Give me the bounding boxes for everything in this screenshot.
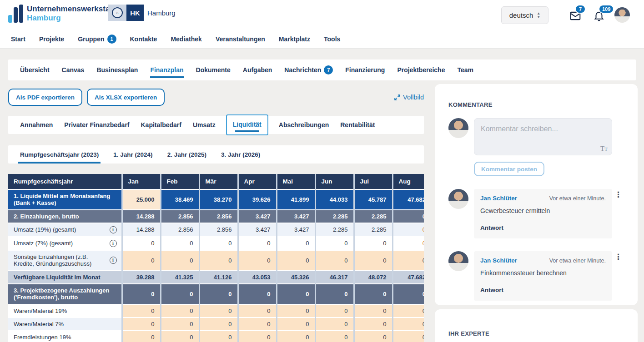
info-icon[interactable]: i (110, 240, 117, 247)
project-tab-projektbereiche[interactable]: Projektbereiche (397, 59, 445, 80)
table-value-cell[interactable]: 0 (238, 250, 277, 271)
comment-author-link[interactable]: Jan Schlüter (480, 195, 517, 202)
project-tab-businessplan[interactable]: Businessplan (96, 59, 138, 80)
year-tab[interactable]: 2. Jahr (2025) (167, 145, 206, 164)
info-icon[interactable]: i (110, 257, 117, 264)
table-value-cell[interactable]: 0 (122, 317, 161, 331)
project-tab-finanzierung[interactable]: Finanzierung (345, 59, 385, 80)
kebab-menu-icon[interactable]: ⋮ (614, 253, 622, 261)
comment-input[interactable] (474, 118, 612, 155)
project-tab-dokumente[interactable]: Dokumente (196, 59, 231, 80)
plan-tab-abschreibungen[interactable]: Abschreibungen (279, 121, 329, 129)
nav-item-tools[interactable]: Tools (324, 35, 340, 44)
info-icon[interactable]: i (110, 226, 117, 233)
post-comment-button[interactable]: Kommentar posten (474, 162, 544, 176)
table-value-cell: 2.856 (161, 223, 199, 237)
table-value-cell: 47.682 (392, 271, 424, 284)
table-value-cell[interactable]: 0 (354, 304, 392, 317)
notifications-button[interactable]: 109 (593, 10, 605, 22)
nav-item-label: Start (11, 35, 25, 43)
plan-tab-rentabilität[interactable]: Rentabilität (340, 121, 375, 129)
table-value-cell[interactable]: 0 (392, 304, 424, 317)
table-value-cell: 39.626 (238, 189, 277, 210)
table-row: 1. Liquide Mittel am Monatsanfang (Bank … (8, 189, 424, 210)
year-tab[interactable]: 1. Jahr (2024) (113, 145, 152, 164)
language-selector[interactable]: deutsch ▲▼ (501, 6, 548, 24)
table-value-cell[interactable]: 0 (199, 304, 238, 317)
nav-item-marktplatz[interactable]: Marktplatz (279, 35, 310, 44)
export-pdf-button[interactable]: Als PDF exportieren (8, 89, 82, 106)
plan-tab-liquidität[interactable]: Liquidität (226, 114, 268, 135)
project-tab-übersicht[interactable]: Übersicht (20, 59, 50, 80)
table-value-cell[interactable]: 0 (161, 250, 199, 271)
month-column-header: Apr (238, 174, 277, 189)
table-value-cell[interactable]: 0 (238, 304, 277, 317)
project-tab-aufgaben[interactable]: Aufgaben (243, 59, 272, 80)
project-tab-nachrichten[interactable]: Nachrichten7 (284, 59, 333, 80)
messages-button[interactable]: 7 (569, 10, 581, 22)
table-value-cell[interactable]: 0 (315, 304, 354, 317)
text-format-icon[interactable]: TT (600, 145, 608, 153)
year-tab[interactable]: 3. Jahr (2026) (221, 145, 260, 164)
table-value-cell[interactable]: 0 (354, 331, 392, 342)
comment-card: Jan SchlüterVor etwa einer Minute.Gewerb… (474, 189, 612, 238)
table-value-cell[interactable]: 0 (354, 317, 392, 331)
table-value-cell[interactable]: 0 (161, 317, 199, 331)
export-xlsx-button[interactable]: Als XLSX exportieren (87, 89, 165, 106)
table-value-cell[interactable]: 0 (392, 250, 424, 271)
table-value-cell[interactable]: 0 (161, 331, 199, 342)
table-value-cell[interactable]: 0 (122, 304, 161, 317)
nav-item-veranstaltungen[interactable]: Veranstaltungen (216, 35, 265, 44)
table-value-cell[interactable]: 0 (199, 331, 238, 342)
nav-item-kontakte[interactable]: Kontakte (130, 35, 157, 44)
table-value-cell[interactable]: 0 (161, 304, 199, 317)
month-column-header: Feb (161, 174, 199, 189)
table-value-cell[interactable]: 0 (392, 317, 424, 331)
table-value-cell[interactable]: 0 (392, 331, 424, 342)
comment-author-link[interactable]: Jan Schlüter (480, 257, 517, 264)
row-label-cell: Fremdleistungen 19% (8, 331, 122, 342)
table-value-cell[interactable]: 0 (199, 250, 238, 271)
plan-tab-privater finanzbedarf[interactable]: Privater Finanzbedarf (64, 121, 129, 129)
table-value-cell[interactable]: 0 (277, 250, 315, 271)
table-value-cell[interactable]: 0 (122, 331, 161, 342)
comment-card: Jan SchlüterVor etwa einer Minute.Einkom… (474, 251, 612, 301)
table-value-cell: 41.126 (199, 271, 238, 284)
table-value-cell[interactable]: 0 (122, 250, 161, 271)
fullscreen-label: Vollbild (403, 94, 424, 101)
table-value-cell[interactable]: 0 (238, 331, 277, 342)
project-tab-canvas[interactable]: Canvas (62, 59, 85, 80)
nav-item-projekte[interactable]: Projekte (39, 35, 64, 44)
comment-reply-link[interactable]: Antwort (480, 287, 606, 293)
row-label-cell: 2. Einzahlungen, brutto (8, 210, 122, 223)
table-row: Sonstige Einzahlungen (z.B. Kredite, Grü… (8, 250, 424, 271)
table-value-cell[interactable]: 0 (277, 317, 315, 331)
comment-reply-link[interactable]: Antwort (480, 224, 606, 231)
table-value-cell[interactable]: 0 (315, 250, 354, 271)
year-tab[interactable]: Rumpfgeschäftsjahr (2023) (20, 145, 99, 164)
user-avatar[interactable] (614, 7, 630, 23)
plan-tab-kapitalbedarf[interactable]: Kapitalbedarf (141, 121, 181, 129)
nav-item-gruppen[interactable]: Gruppen1 (78, 35, 116, 44)
nav-item-badge: 1 (107, 35, 116, 44)
plan-tab-umsatz[interactable]: Umsatz (193, 121, 216, 129)
table-value-cell[interactable]: 0 (277, 304, 315, 317)
table-value-cell[interactable]: 0 (315, 331, 354, 342)
table-row: Verfügbare Liquidität im Monat39.28841.3… (8, 271, 424, 284)
app-logo[interactable]: Unternehmenswerkstatt Hamburg (8, 5, 115, 23)
table-value-cell[interactable]: 0 (354, 250, 392, 271)
row-label-cell: Umsatz (7%) (gesamt)i (8, 237, 122, 250)
nav-item-mediathek[interactable]: Mediathek (171, 35, 201, 44)
table-value-cell[interactable]: 0 (315, 317, 354, 331)
table-value-cell[interactable]: 0 (277, 331, 315, 342)
table-value-cell[interactable]: 0 (238, 317, 277, 331)
nav-item-start[interactable]: Start (11, 35, 25, 44)
fullscreen-link[interactable]: Vollbild (394, 94, 424, 101)
table-value-cell[interactable]: 25.000 (122, 189, 161, 210)
project-tab-team[interactable]: Team (457, 59, 473, 80)
table-value-cell: 0 (315, 237, 354, 250)
plan-tab-annahmen[interactable]: Annahmen (20, 121, 53, 129)
project-tab-finanzplan[interactable]: Finanzplan (150, 59, 183, 80)
kebab-menu-icon[interactable]: ⋮ (614, 191, 622, 198)
table-value-cell[interactable]: 0 (199, 317, 238, 331)
